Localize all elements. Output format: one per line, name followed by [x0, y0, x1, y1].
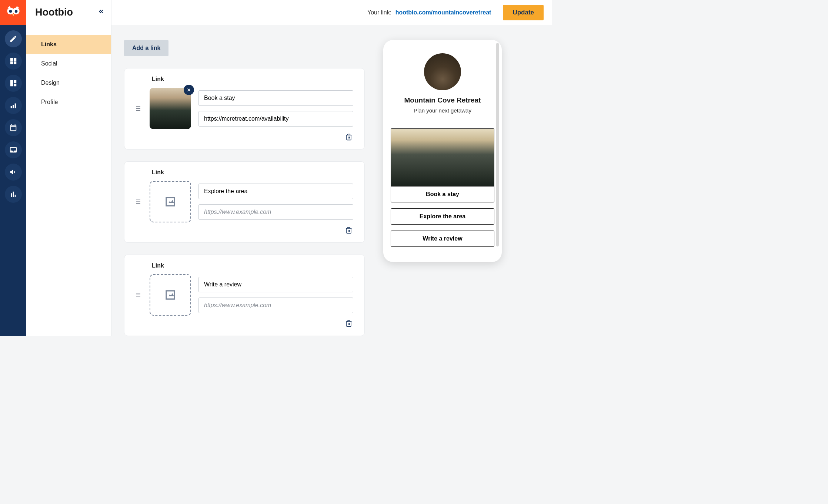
megaphone-icon — [9, 168, 17, 176]
rail-streams[interactable] — [5, 53, 22, 70]
grid-icon — [9, 57, 17, 65]
link-heading: Link — [152, 169, 353, 176]
collapse-sidebar-button[interactable] — [98, 8, 104, 17]
add-link-button[interactable]: Add a link — [124, 40, 168, 56]
your-link-group: Your link: hootbio.com/mountaincoveretre… — [367, 9, 491, 16]
link-card: Link ☰ — [124, 255, 365, 336]
delete-link-button[interactable] — [345, 133, 353, 142]
link-url-input[interactable] — [198, 298, 353, 313]
preview-scrollbar[interactable] — [496, 43, 499, 246]
link-url-input[interactable] — [198, 204, 353, 220]
rail-dashboard[interactable] — [5, 75, 22, 92]
update-button[interactable]: Update — [503, 5, 544, 20]
rail-analytics[interactable] — [5, 97, 22, 114]
preview-link-button[interactable]: Explore the area — [391, 208, 494, 225]
drag-handle-icon[interactable]: ☰ — [136, 105, 142, 112]
preview-device: Mountain Cove Retreat Plan your next get… — [383, 40, 502, 262]
link-title-input[interactable] — [198, 90, 353, 106]
drag-handle-icon[interactable]: ☰ — [136, 198, 142, 205]
link-heading: Link — [152, 76, 353, 83]
link-title-input[interactable] — [198, 184, 353, 199]
trash-icon — [345, 226, 353, 234]
delete-link-button[interactable] — [345, 226, 353, 236]
layout-icon — [9, 79, 17, 87]
nav-design[interactable]: Design — [26, 73, 111, 93]
preview-tagline: Plan your next getaway — [414, 107, 471, 114]
link-card: Link ☰ — [124, 161, 365, 243]
chart-icon — [9, 190, 17, 198]
rail-amplify[interactable] — [5, 164, 22, 181]
sidebar: Hootbio Links Social Design Profile — [26, 0, 111, 336]
svg-point-3 — [14, 10, 17, 13]
thumbnail-upload[interactable] — [150, 181, 191, 222]
preview-wrap: Mountain Cove Retreat Plan your next get… — [383, 40, 509, 336]
content: Add a link Link ☰ — [111, 25, 552, 336]
image-placeholder-icon — [163, 288, 177, 302]
preview-hero-image — [391, 128, 494, 186]
nav-social[interactable]: Social — [26, 54, 111, 73]
rail-inbox[interactable] — [5, 141, 22, 158]
remove-thumbnail-button[interactable] — [184, 85, 194, 95]
rail-compose[interactable] — [5, 30, 22, 47]
nav-profile[interactable]: Profile — [26, 93, 111, 112]
owl-icon — [6, 5, 21, 20]
link-heading: Link — [152, 262, 353, 269]
your-link-label: Your link: — [367, 9, 391, 16]
link-card: Link ☰ — [124, 68, 365, 149]
link-title-input[interactable] — [198, 277, 353, 292]
nav-links[interactable]: Links — [26, 35, 111, 54]
rail-calendar[interactable] — [5, 119, 22, 136]
thumbnail-upload[interactable] — [150, 274, 191, 316]
close-icon — [186, 87, 191, 93]
topbar: Your link: hootbio.com/mountaincoveretre… — [111, 0, 552, 25]
preview-link-button[interactable]: Book a stay — [391, 186, 494, 202]
primary-rail — [0, 0, 26, 336]
main-area: Your link: hootbio.com/mountaincoveretre… — [111, 0, 552, 336]
link-editor: Add a link Link ☰ — [124, 40, 365, 336]
delete-link-button[interactable] — [345, 319, 353, 329]
logo-owl — [0, 0, 26, 25]
sidebar-header: Hootbio — [26, 0, 111, 25]
bars-icon — [9, 101, 17, 110]
sidebar-nav: Links Social Design Profile — [26, 25, 111, 112]
image-placeholder-icon — [163, 195, 177, 209]
link-url-input[interactable] — [198, 111, 353, 127]
preview-link-button[interactable]: Write a review — [391, 231, 494, 247]
drag-handle-icon[interactable]: ☰ — [136, 292, 142, 299]
preview-avatar — [424, 53, 461, 90]
link-thumbnail[interactable] — [150, 88, 191, 129]
your-link-url[interactable]: hootbio.com/mountaincoveretreat — [395, 9, 491, 16]
svg-point-2 — [9, 10, 12, 13]
trash-icon — [345, 133, 353, 141]
pencil-square-icon — [9, 35, 17, 43]
app-title: Hootbio — [35, 7, 73, 18]
chevron-double-left-icon — [98, 8, 104, 15]
trash-icon — [345, 319, 353, 327]
inbox-icon — [9, 146, 17, 154]
rail-insights[interactable] — [5, 186, 22, 203]
calendar-icon — [9, 124, 17, 132]
preview-name: Mountain Cove Retreat — [404, 96, 481, 104]
